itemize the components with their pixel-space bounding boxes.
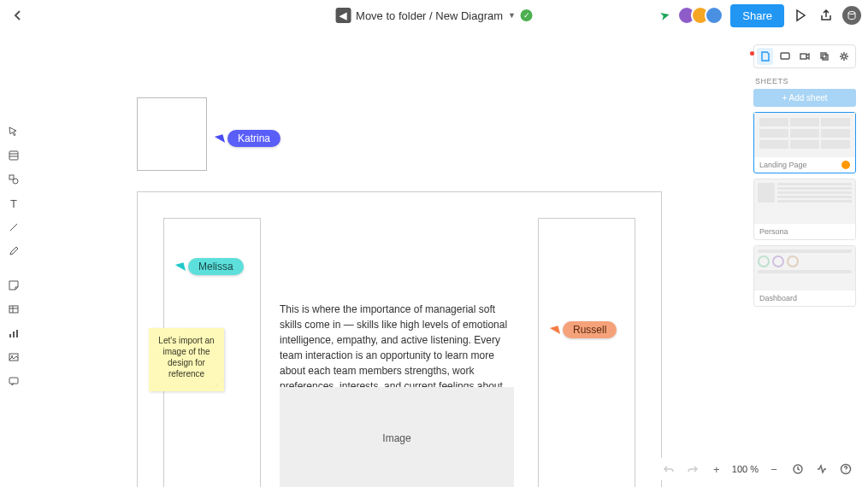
collaborator-label: Melissa [188, 258, 244, 275]
zoom-level[interactable]: 100 % [732, 464, 759, 474]
redo-icon [687, 463, 699, 475]
undo-button[interactable] [660, 461, 677, 478]
sheet-card-persona[interactable]: Persona [753, 179, 856, 240]
sheet-card-landing[interactable]: Landing Page [753, 112, 856, 173]
sheet-name-label: Landing Page [759, 161, 807, 169]
activity-icon [816, 463, 828, 475]
image-placeholder-label: Image [382, 432, 410, 444]
image-tool[interactable] [5, 349, 22, 366]
cursor-icon [8, 126, 20, 138]
top-bar: ◀ Move to folder / New Diagram ▼ ✓ ➤ Sha… [0, 0, 868, 31]
frame-column-right[interactable] [538, 218, 635, 487]
table-tool[interactable] [5, 301, 22, 318]
svg-rect-11 [13, 332, 15, 337]
svg-line-6 [10, 224, 17, 231]
zoom-in-button[interactable]: + [708, 461, 725, 478]
right-panel: SHEETS + Add sheet Landing Page Persona [753, 44, 856, 312]
play-button[interactable] [791, 6, 810, 25]
svg-rect-4 [9, 175, 14, 179]
panel-tab-video[interactable] [796, 48, 812, 65]
sheets-heading: SHEETS [753, 77, 856, 85]
help-button[interactable] [837, 461, 854, 478]
activity-button[interactable] [813, 461, 830, 478]
collaborator-avatars[interactable] [677, 6, 723, 25]
sheet-thumbnail [754, 246, 855, 290]
chart-icon [8, 327, 20, 339]
svg-rect-17 [800, 54, 806, 59]
sheet-card-dashboard[interactable]: Dashboard [753, 245, 856, 307]
export-button[interactable] [817, 6, 836, 25]
collaborator-label: Katrina [227, 130, 280, 147]
back-button[interactable] [7, 5, 27, 26]
table-icon [8, 303, 20, 315]
comment-tool[interactable] [5, 373, 22, 390]
more-button[interactable] [842, 6, 861, 25]
svg-point-23 [845, 471, 846, 472]
pen-icon [8, 245, 20, 257]
copy-icon [818, 50, 830, 62]
svg-point-5 [13, 179, 18, 184]
top-bar-right: ➤ Share [660, 4, 861, 27]
panel-tab-sheets[interactable] [757, 48, 773, 65]
svg-point-0 [848, 12, 855, 15]
sheet-name-label: Dashboard [759, 294, 797, 302]
chevron-left-icon [13, 9, 21, 21]
collaborator-cursor-russell: ◥ Russell [551, 321, 617, 338]
shapes-icon [8, 173, 20, 185]
export-icon [819, 9, 833, 22]
frame-image-placeholder[interactable]: Image [280, 387, 514, 487]
avatar[interactable] [705, 6, 723, 25]
app-logo-icon: ◀ [335, 8, 351, 23]
share-button[interactable]: Share [730, 4, 784, 27]
canvas[interactable]: ◥ Katrina This is where the importance o… [26, 31, 868, 487]
history-button[interactable] [789, 461, 806, 478]
redo-button[interactable] [684, 461, 701, 478]
svg-rect-18 [821, 53, 826, 58]
document-title-area[interactable]: ◀ Move to folder / New Diagram ▼ ✓ [335, 8, 533, 23]
collaborator-cursor-katrina: ◥ Katrina [216, 130, 280, 147]
add-sheet-button[interactable]: + Add sheet [753, 89, 856, 107]
cursor-pointer-icon: ◥ [174, 259, 186, 273]
line-tool[interactable] [5, 219, 22, 236]
dropdown-caret-icon: ▼ [508, 11, 516, 20]
gear-icon [838, 50, 850, 62]
sheet-name-label: Persona [759, 227, 788, 236]
chart-tool[interactable] [5, 325, 22, 342]
help-icon [840, 463, 852, 475]
pen-tool[interactable] [5, 243, 22, 260]
collaborator-label: Russell [563, 321, 617, 338]
undo-icon [663, 463, 675, 475]
image-icon [8, 351, 20, 363]
sticky-note[interactable]: Let's import an image of the design for … [149, 328, 224, 391]
line-icon [8, 221, 20, 233]
canvas-shape-small[interactable] [137, 97, 207, 171]
sticky-icon [8, 279, 20, 291]
panel-tab-comments[interactable] [776, 48, 793, 65]
svg-rect-15 [9, 378, 18, 384]
select-tool[interactable] [5, 123, 22, 140]
svg-rect-16 [781, 53, 789, 59]
page-icon [759, 50, 771, 62]
zoom-out-button[interactable]: − [765, 461, 782, 478]
panel-tab-settings[interactable] [836, 48, 853, 65]
frame-tool[interactable] [5, 147, 22, 164]
svg-rect-10 [9, 334, 11, 337]
svg-rect-12 [16, 330, 18, 337]
database-icon [847, 10, 857, 21]
svg-rect-19 [823, 55, 828, 60]
presence-cursor-icon: ➤ [658, 8, 672, 24]
cursor-pointer-icon: ◥ [549, 322, 561, 337]
notification-dot-icon [750, 51, 754, 56]
saved-check-icon: ✓ [521, 9, 533, 21]
svg-point-20 [842, 55, 846, 58]
play-icon [794, 9, 807, 22]
text-tool[interactable]: T [5, 195, 22, 212]
sheet-thumbnail [754, 113, 855, 157]
panel-tab-copy[interactable] [817, 48, 833, 65]
sheet-avatar-icon [841, 161, 850, 169]
video-icon [799, 50, 811, 62]
frame-icon [8, 150, 20, 161]
shape-tool[interactable] [5, 171, 22, 188]
sticky-tool[interactable] [5, 277, 22, 294]
document-title: Move to folder / New Diagram [356, 9, 503, 22]
